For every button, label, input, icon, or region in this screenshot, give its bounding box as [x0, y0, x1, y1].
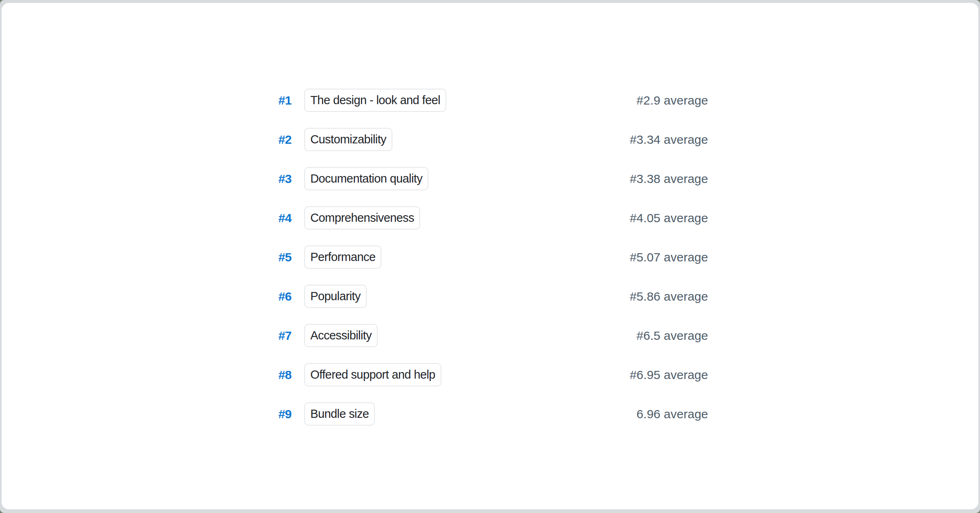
- ranking-row: #5 Performance #5.07 average: [259, 245, 708, 269]
- rank-number: #1: [259, 94, 292, 107]
- item-average: #3.34 average: [630, 133, 708, 147]
- rank-number: #7: [259, 329, 292, 343]
- window-frame: #1 The design - look and feel #2.9 avera…: [0, 0, 980, 513]
- ranking-item-chip[interactable]: Performance: [304, 245, 381, 269]
- item-average: #3.38 average: [630, 172, 708, 186]
- rank-number: #2: [259, 133, 292, 147]
- ranking-item-label: Bundle size: [310, 407, 369, 421]
- ranking-item-label: Popularity: [310, 290, 361, 303]
- rank-number: #9: [259, 407, 292, 421]
- item-average: #5.86 average: [630, 290, 708, 303]
- ranking-item-chip[interactable]: Popularity: [304, 285, 367, 308]
- ranking-row: #6 Popularity #5.86 average: [259, 285, 708, 308]
- ranking-item-chip[interactable]: Offered support and help: [304, 363, 441, 386]
- item-average: #6.95 average: [630, 368, 708, 382]
- ranking-row: #8 Offered support and help #6.95 averag…: [259, 363, 708, 386]
- ranking-item-chip[interactable]: Accessibility: [304, 324, 378, 347]
- ranking-row: #7 Accessibility #6.5 average: [259, 324, 708, 347]
- ranking-item-label: Offered support and help: [310, 368, 435, 381]
- ranking-list: #1 The design - look and feel #2.9 avera…: [259, 89, 708, 426]
- ranking-item-label: Accessibility: [310, 329, 372, 342]
- rank-number: #6: [259, 290, 292, 303]
- ranking-row: #1 The design - look and feel #2.9 avera…: [259, 89, 708, 112]
- ranking-item-chip[interactable]: The design - look and feel: [304, 89, 446, 112]
- ranking-row: #9 Bundle size 6.96 average: [259, 402, 708, 426]
- ranking-item-label: Documentation quality: [310, 172, 422, 185]
- ranking-row: #4 Comprehensiveness #4.05 average: [259, 206, 708, 230]
- item-average: 6.96 average: [637, 407, 708, 421]
- content-card: #1 The design - look and feel #2.9 avera…: [2, 3, 978, 509]
- rank-number: #8: [259, 368, 292, 382]
- ranking-item-label: The design - look and feel: [310, 94, 440, 107]
- ranking-row: #2 Customizability #3.34 average: [259, 128, 708, 151]
- ranking-item-label: Customizability: [310, 133, 386, 146]
- ranking-item-label: Performance: [310, 250, 375, 264]
- ranking-item-chip[interactable]: Comprehensiveness: [304, 206, 420, 230]
- ranking-item-label: Comprehensiveness: [310, 211, 414, 225]
- rank-number: #3: [259, 172, 292, 186]
- item-average: #2.9 average: [637, 94, 708, 107]
- item-average: #5.07 average: [630, 250, 708, 264]
- rank-number: #5: [259, 250, 292, 264]
- item-average: #4.05 average: [630, 211, 708, 225]
- item-average: #6.5 average: [637, 329, 708, 343]
- ranking-item-chip[interactable]: Documentation quality: [304, 167, 428, 190]
- ranking-row: #3 Documentation quality #3.38 average: [259, 167, 708, 190]
- ranking-item-chip[interactable]: Customizability: [304, 128, 392, 151]
- rank-number: #4: [259, 211, 292, 225]
- ranking-item-chip[interactable]: Bundle size: [304, 402, 375, 426]
